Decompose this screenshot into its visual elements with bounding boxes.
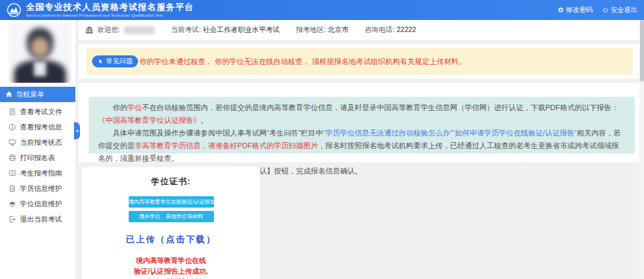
printer-icon [9,154,16,162]
warning-text: 你的学位未通过核查， 你的学位无法在线自动核查， 须根据报名地考试组织机构有关规… [139,57,466,67]
overseas-degree-materials-button[interactable]: 境外学位、其他学位等材料 [129,211,214,222]
welcome-bar: 欢迎您: 当前考试: 社会工作者职业水平考试 报考地区: 北京市 咨询电话: 2… [79,20,639,40]
main-content: 欢迎您: 当前考试: 社会工作者职业水平考试 报考地区: 北京市 咨询电话: 2… [79,20,639,279]
change-password-button[interactable]: 修改密码 [557,5,593,15]
domestic-degree-report-button[interactable]: 境内高等教育学位在线验证/认证报告 [129,196,214,208]
sidebar-nav: 查看考试文件 查看报考信息 当前报考状态 打印报名表 考生报考指南 学历信息维护… [0,104,75,227]
instruction-paragraph-2: 具体申请范围及操作步骤请参阅中国人事考试网“考生问答”栏目中“学历学位信息无法通… [98,127,625,165]
file-text-icon [9,185,16,192]
monitor-icon [9,139,16,146]
book-icon [9,170,16,177]
phone-value: 22222 [397,25,416,33]
hand-pointer-icon [97,58,103,65]
sidebar-menu-header: 导航菜单 [0,87,75,102]
graduation-cap-icon [9,200,16,208]
uploaded-download-link[interactable]: 已上传（点击下载） [82,234,260,246]
sidebar-item-exam-files[interactable]: 查看考试文件 [0,104,75,119]
sidebar-item-degree-info[interactable]: 学位信息维护 [0,196,75,212]
warning-banner: 常见问题 你的学位未通过核查， 你的学位无法在线自动核查， 须根据报名地考试组织… [87,48,633,75]
instructions-panel: 你的学位不在自动核验范围内，若你提交的是境内高等教育学位信息，请及时登录中国高等… [79,83,639,162]
app-header: 全国专业技术人员资格考试报名服务平台 Service platform for … [0,0,644,20]
degree-certificate-card: 学位证书: 境内高等教育学位在线验证/认证报告 境外学位、其他学位等材料 已上传… [82,167,260,279]
power-icon [602,7,609,13]
current-exam-value: 社会工作者职业水平考试 [203,25,280,33]
sidebar-item-education-info[interactable]: 学历信息维护 [0,181,75,196]
sidebar-item-print-form[interactable]: 打印报名表 [0,150,75,166]
instruction-paragraph-1: 你的学位不在自动核验范围内，若你提交的是境内高等教育学位信息，请及时登录中国高等… [98,101,625,127]
candidate-name-redacted [124,26,155,34]
scrollbar-thumb[interactable] [640,20,644,81]
logout-icon [9,216,16,223]
degree-certificate-title: 学位证书: [82,176,260,188]
notice-panel: 常见问题 你的学位未通过核查， 你的学位无法在线自动核查， 须根据报名地考试组织… [79,44,639,79]
instructions-box: 你的学位不在自动核验范围内，若你提交的是境内高等教育学位信息，请及时登录中国高等… [89,97,635,154]
sidebar-item-registration-info[interactable]: 查看报考信息 [0,119,75,135]
document-icon [9,108,16,115]
bank-icon [85,26,93,34]
app-subtitle: Service platform for National Profession… [26,13,185,17]
app-title: 全国专业技术人员资格考试报名服务平台 [26,3,194,12]
vertical-scrollbar[interactable] [639,20,644,279]
sidebar-item-candidate-guide[interactable]: 考生报考指南 [0,166,75,181]
info-icon [9,123,16,131]
home-icon [5,91,13,98]
region-value: 北京市 [328,25,349,33]
gear-icon [557,7,564,13]
platform-logo-icon [7,3,21,17]
sidebar-collapse-handle[interactable]: ◄ [74,122,80,140]
welcome-label: 欢迎您: [97,25,120,35]
upload-status-text: 境内高等教育学位在线 验证/认证报告上传成功, 如需修改请重新上传 [82,255,260,279]
sidebar: 导航菜单 查看考试文件 查看报考信息 当前报考状态 打印报名表 考生报考指南 学… [0,20,75,279]
candidate-photo [9,23,71,83]
sidebar-item-current-status[interactable]: 当前报考状态 [0,135,75,150]
sidebar-item-exit-exam[interactable]: 退出当前考试 [0,212,75,227]
safe-exit-button[interactable]: 安全退出 [602,5,637,15]
faq-button[interactable]: 常见问题 [92,55,138,67]
